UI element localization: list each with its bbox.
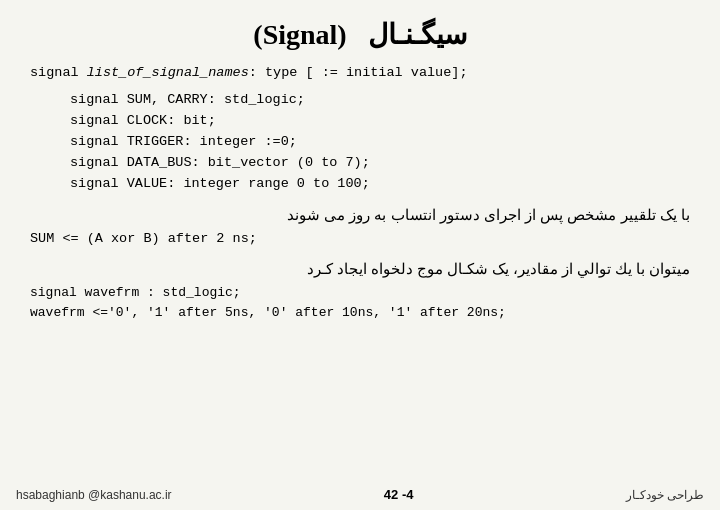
page-title: سیگـنـال (Signal) [30, 18, 690, 51]
code-line-2: signal CLOCK: bit; [70, 111, 690, 132]
code-line-3: signal TRIGGER: integer :=0; [70, 132, 690, 153]
code-examples: signal SUM, CARRY: std_logic; signal CLO… [30, 90, 690, 195]
wave-line-2: wavefrm <='0', '1' after 5ns, '0' after … [30, 303, 690, 323]
signal-keyword: signal [30, 65, 87, 80]
rtl-description-1: با یک تلقییر مشخص پس از اجرای دستور انتس… [30, 203, 690, 227]
wave-code-block: signal wavefrm : std_logic; wavefrm <='0… [30, 283, 690, 323]
signal-syntax-rest: : type [ := initial value]; [249, 65, 468, 80]
code-line-5: signal VALUE: integer range 0 to 100; [70, 174, 690, 195]
rtl-description-2: میتوان با یك توالي از مقادیر، یک شکـال م… [30, 258, 690, 281]
footer-email: hsabaghianb @kashanu.ac.ir [16, 488, 172, 502]
footer: hsabaghianb @kashanu.ac.ir 42 -4 طراحی خ… [0, 487, 720, 502]
footer-page-number: 42 -4 [384, 487, 414, 502]
code-line-1: signal SUM, CARRY: std_logic; [70, 90, 690, 111]
sum-code-line: SUM <= (A xor B) after 2 ns; [30, 231, 690, 246]
title-english: (Signal) [253, 19, 346, 50]
signal-list-name: list_of_signal_names [87, 65, 249, 80]
wave-line-1: signal wavefrm : std_logic; [30, 283, 690, 303]
title-farsi: سیگـنـال [368, 19, 467, 50]
main-syntax-line: signal list_of_signal_names: type [ := i… [30, 63, 690, 84]
footer-credit: طراحی خودکـار [626, 488, 704, 502]
code-line-4: signal DATA_BUS: bit_vector (0 to 7); [70, 153, 690, 174]
